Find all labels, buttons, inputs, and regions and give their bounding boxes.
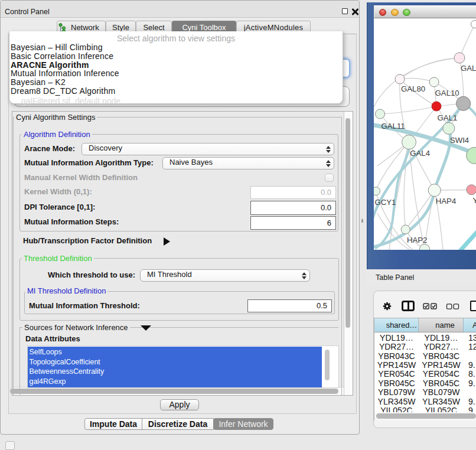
- svg-text:HAP2: HAP2: [407, 236, 427, 244]
- svg-text:Y: Y: [473, 196, 476, 205]
- svg-text:GAL11: GAL11: [382, 122, 405, 131]
- svg-text:HAP4: HAP4: [436, 197, 456, 206]
- svg-text:GAL7: GAL7: [461, 64, 476, 73]
- svg-text:GAL80: GAL80: [401, 84, 425, 93]
- svg-text:GCY1: GCY1: [375, 198, 396, 207]
- svg-text:GAL1: GAL1: [438, 113, 458, 122]
- svg-text:SWI4: SWI4: [450, 136, 469, 145]
- svg-text:GAL10: GAL10: [435, 89, 459, 97]
- svg-text:GAL4: GAL4: [410, 149, 430, 158]
